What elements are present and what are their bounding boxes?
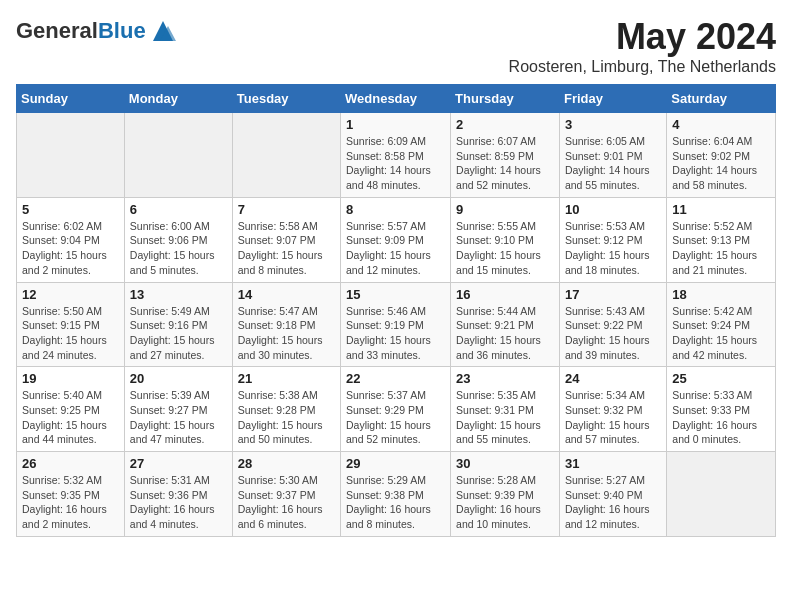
calendar-cell: 10Sunrise: 5:53 AM Sunset: 9:12 PM Dayli… [559,197,666,282]
location-subtitle: Roosteren, Limburg, The Netherlands [509,58,776,76]
day-info: Sunrise: 5:55 AM Sunset: 9:10 PM Dayligh… [456,219,554,278]
calendar-cell: 15Sunrise: 5:46 AM Sunset: 9:19 PM Dayli… [341,282,451,367]
logo-blue-text: Blue [98,18,146,43]
day-info: Sunrise: 5:29 AM Sunset: 9:38 PM Dayligh… [346,473,445,532]
calendar-cell: 5Sunrise: 6:02 AM Sunset: 9:04 PM Daylig… [17,197,125,282]
day-info: Sunrise: 5:47 AM Sunset: 9:18 PM Dayligh… [238,304,335,363]
calendar-cell: 20Sunrise: 5:39 AM Sunset: 9:27 PM Dayli… [124,367,232,452]
calendar-cell: 6Sunrise: 6:00 AM Sunset: 9:06 PM Daylig… [124,197,232,282]
calendar-cell: 21Sunrise: 5:38 AM Sunset: 9:28 PM Dayli… [232,367,340,452]
day-info: Sunrise: 6:09 AM Sunset: 8:58 PM Dayligh… [346,134,445,193]
calendar-cell: 8Sunrise: 5:57 AM Sunset: 9:09 PM Daylig… [341,197,451,282]
day-number: 19 [22,371,119,386]
day-info: Sunrise: 5:53 AM Sunset: 9:12 PM Dayligh… [565,219,661,278]
day-info: Sunrise: 5:27 AM Sunset: 9:40 PM Dayligh… [565,473,661,532]
calendar-cell: 31Sunrise: 5:27 AM Sunset: 9:40 PM Dayli… [559,452,666,537]
calendar-week-row: 5Sunrise: 6:02 AM Sunset: 9:04 PM Daylig… [17,197,776,282]
day-number: 30 [456,456,554,471]
calendar-cell: 28Sunrise: 5:30 AM Sunset: 9:37 PM Dayli… [232,452,340,537]
day-info: Sunrise: 5:50 AM Sunset: 9:15 PM Dayligh… [22,304,119,363]
day-info: Sunrise: 5:42 AM Sunset: 9:24 PM Dayligh… [672,304,770,363]
calendar-cell: 23Sunrise: 5:35 AM Sunset: 9:31 PM Dayli… [451,367,560,452]
day-number: 27 [130,456,227,471]
day-number: 1 [346,117,445,132]
col-header-saturday: Saturday [667,85,776,113]
calendar-header-row: SundayMondayTuesdayWednesdayThursdayFrid… [17,85,776,113]
calendar-cell: 24Sunrise: 5:34 AM Sunset: 9:32 PM Dayli… [559,367,666,452]
day-info: Sunrise: 6:02 AM Sunset: 9:04 PM Dayligh… [22,219,119,278]
calendar-cell: 25Sunrise: 5:33 AM Sunset: 9:33 PM Dayli… [667,367,776,452]
day-number: 29 [346,456,445,471]
day-info: Sunrise: 5:33 AM Sunset: 9:33 PM Dayligh… [672,388,770,447]
col-header-tuesday: Tuesday [232,85,340,113]
day-number: 12 [22,287,119,302]
calendar-cell: 13Sunrise: 5:49 AM Sunset: 9:16 PM Dayli… [124,282,232,367]
calendar-cell [667,452,776,537]
calendar-cell: 29Sunrise: 5:29 AM Sunset: 9:38 PM Dayli… [341,452,451,537]
day-number: 15 [346,287,445,302]
col-header-wednesday: Wednesday [341,85,451,113]
logo-icon [148,16,178,46]
calendar-cell: 17Sunrise: 5:43 AM Sunset: 9:22 PM Dayli… [559,282,666,367]
calendar-cell: 16Sunrise: 5:44 AM Sunset: 9:21 PM Dayli… [451,282,560,367]
calendar-cell: 2Sunrise: 6:07 AM Sunset: 8:59 PM Daylig… [451,113,560,198]
calendar-cell: 26Sunrise: 5:32 AM Sunset: 9:35 PM Dayli… [17,452,125,537]
day-info: Sunrise: 6:05 AM Sunset: 9:01 PM Dayligh… [565,134,661,193]
logo-general-text: General [16,18,98,43]
calendar-cell [17,113,125,198]
day-number: 16 [456,287,554,302]
day-info: Sunrise: 5:58 AM Sunset: 9:07 PM Dayligh… [238,219,335,278]
day-info: Sunrise: 5:35 AM Sunset: 9:31 PM Dayligh… [456,388,554,447]
day-number: 20 [130,371,227,386]
title-block: May 2024 Roosteren, Limburg, The Netherl… [509,16,776,76]
day-number: 28 [238,456,335,471]
day-number: 22 [346,371,445,386]
calendar-week-row: 1Sunrise: 6:09 AM Sunset: 8:58 PM Daylig… [17,113,776,198]
day-number: 14 [238,287,335,302]
col-header-thursday: Thursday [451,85,560,113]
page-header: GeneralBlue May 2024 Roosteren, Limburg,… [16,16,776,76]
day-info: Sunrise: 5:31 AM Sunset: 9:36 PM Dayligh… [130,473,227,532]
day-info: Sunrise: 5:46 AM Sunset: 9:19 PM Dayligh… [346,304,445,363]
day-info: Sunrise: 5:32 AM Sunset: 9:35 PM Dayligh… [22,473,119,532]
col-header-friday: Friday [559,85,666,113]
calendar-week-row: 12Sunrise: 5:50 AM Sunset: 9:15 PM Dayli… [17,282,776,367]
day-number: 26 [22,456,119,471]
calendar-cell: 7Sunrise: 5:58 AM Sunset: 9:07 PM Daylig… [232,197,340,282]
day-info: Sunrise: 5:39 AM Sunset: 9:27 PM Dayligh… [130,388,227,447]
day-number: 31 [565,456,661,471]
day-number: 2 [456,117,554,132]
calendar-cell: 19Sunrise: 5:40 AM Sunset: 9:25 PM Dayli… [17,367,125,452]
calendar-cell [124,113,232,198]
day-number: 25 [672,371,770,386]
day-number: 6 [130,202,227,217]
day-number: 4 [672,117,770,132]
month-year-title: May 2024 [509,16,776,58]
col-header-sunday: Sunday [17,85,125,113]
day-number: 21 [238,371,335,386]
day-info: Sunrise: 5:30 AM Sunset: 9:37 PM Dayligh… [238,473,335,532]
col-header-monday: Monday [124,85,232,113]
day-info: Sunrise: 5:34 AM Sunset: 9:32 PM Dayligh… [565,388,661,447]
calendar-week-row: 19Sunrise: 5:40 AM Sunset: 9:25 PM Dayli… [17,367,776,452]
calendar-cell: 11Sunrise: 5:52 AM Sunset: 9:13 PM Dayli… [667,197,776,282]
calendar-cell: 14Sunrise: 5:47 AM Sunset: 9:18 PM Dayli… [232,282,340,367]
day-number: 13 [130,287,227,302]
calendar-week-row: 26Sunrise: 5:32 AM Sunset: 9:35 PM Dayli… [17,452,776,537]
calendar-cell: 3Sunrise: 6:05 AM Sunset: 9:01 PM Daylig… [559,113,666,198]
day-number: 9 [456,202,554,217]
calendar-table: SundayMondayTuesdayWednesdayThursdayFrid… [16,84,776,537]
calendar-cell: 27Sunrise: 5:31 AM Sunset: 9:36 PM Dayli… [124,452,232,537]
day-info: Sunrise: 5:49 AM Sunset: 9:16 PM Dayligh… [130,304,227,363]
day-info: Sunrise: 5:38 AM Sunset: 9:28 PM Dayligh… [238,388,335,447]
day-number: 5 [22,202,119,217]
calendar-cell: 1Sunrise: 6:09 AM Sunset: 8:58 PM Daylig… [341,113,451,198]
day-number: 11 [672,202,770,217]
calendar-cell [232,113,340,198]
day-info: Sunrise: 6:00 AM Sunset: 9:06 PM Dayligh… [130,219,227,278]
calendar-cell: 4Sunrise: 6:04 AM Sunset: 9:02 PM Daylig… [667,113,776,198]
day-info: Sunrise: 5:28 AM Sunset: 9:39 PM Dayligh… [456,473,554,532]
day-info: Sunrise: 6:04 AM Sunset: 9:02 PM Dayligh… [672,134,770,193]
day-number: 8 [346,202,445,217]
day-info: Sunrise: 5:57 AM Sunset: 9:09 PM Dayligh… [346,219,445,278]
